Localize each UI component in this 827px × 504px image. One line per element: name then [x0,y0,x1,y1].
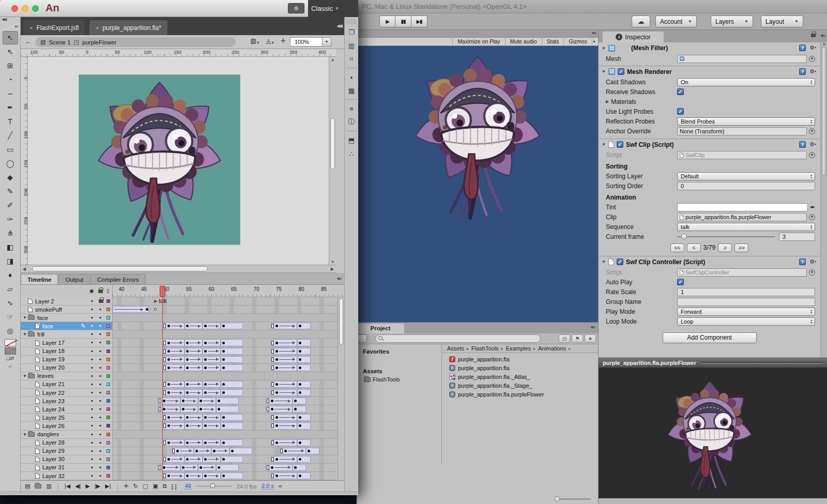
back-button[interactable]: ← [25,38,32,45]
layer-visibility-dot[interactable]: • [91,439,93,446]
clip-object-field[interactable]: purple_apparition.fla.purpleFlower [677,213,807,221]
tween-span[interactable] [221,356,243,363]
scrollbar-thumb[interactable] [822,47,826,176]
tween-span[interactable] [270,472,297,479]
project-search-input[interactable] [375,334,541,343]
pencil-tool[interactable]: ✎ [3,185,18,198]
tween-span[interactable] [221,439,243,446]
layer-visibility-dot[interactable]: • [91,406,93,412]
preview-header[interactable]: purple_apparition.fla.purpleFlower [599,358,827,368]
object-picker-icon[interactable] [809,152,815,158]
layer-lock-dot[interactable]: • [99,331,101,337]
layer-frames-track[interactable] [113,397,338,405]
tween-span[interactable] [203,389,221,396]
tween-span[interactable] [185,348,203,355]
tween-span[interactable] [221,364,243,371]
layer-visibility-dot[interactable]: • [91,323,93,329]
layer-name-cell[interactable]: ▼danglers•• [21,431,113,439]
tween-span[interactable] [185,472,203,479]
tween-span[interactable] [270,364,297,371]
gear-icon[interactable]: ⚙ [809,258,816,265]
polystar-tool[interactable]: ◆ [3,171,18,184]
timeline-scrollbar[interactable] [338,297,344,480]
gear-icon[interactable]: ⚙ [809,141,816,148]
snap-to-objects-icon[interactable]: ∩ [8,364,11,369]
swf-clip-header[interactable]: ▼ Swf Clip (Script) ?⚙ [599,139,820,150]
layer-outline-color-swatch[interactable] [106,299,110,303]
thumbnail-zoom-slider[interactable] [555,498,591,500]
minimize-window-button[interactable] [22,5,28,12]
layer-lock-dot[interactable]: • [99,414,101,420]
layer-outline-color-swatch[interactable] [106,324,110,328]
account-dropdown[interactable]: Account▼ [655,16,697,27]
layer-visibility-dot[interactable]: • [91,306,93,312]
rate-scale-field[interactable]: 1 [677,288,815,296]
layer-frames-track[interactable] [113,414,338,422]
layer-outline-color-swatch[interactable] [106,391,110,394]
folder-expand-icon[interactable]: ▼ [23,332,27,337]
breadcrumb-item[interactable]: FlashTools [471,345,499,352]
panel-menu-icon[interactable]: ▾≡ [592,30,596,36]
layer-frames-track[interactable]: talk [113,297,338,306]
go-to-first-frame-button[interactable]: |◀ [65,483,70,490]
layer-lock-dot[interactable]: • [99,398,101,404]
layer-frames-track[interactable] [113,364,338,372]
timeline-layer-row[interactable]: Layer 17•• [21,339,338,347]
zoom-tool[interactable]: ◎ [3,324,18,338]
layer-visibility-dot[interactable]: • [91,381,93,387]
tween-span[interactable] [221,339,243,346]
layer-lock-dot[interactable]: • [99,373,101,379]
slider-thumb[interactable] [210,483,215,488]
center-frame-button[interactable]: ✛ [124,483,129,490]
game-view[interactable] [357,46,598,322]
tween-span[interactable] [198,406,216,413]
tween-span[interactable] [185,323,203,329]
play-button[interactable]: ▶ [85,483,89,490]
create-button[interactable]: Create▼ [357,334,367,343]
materials-label[interactable]: Materials [611,98,682,105]
edit-multiple-frames-button[interactable]: ⧉ [163,483,167,490]
tween-span[interactable] [221,323,243,329]
timeline-layer-row[interactable]: Layer 2•talk [21,297,338,306]
paint-brush-tool[interactable]: ✐ [3,198,18,212]
slider-thumb[interactable] [681,234,687,239]
layer-visibility-dot[interactable]: • [91,339,93,345]
layer-name-cell[interactable]: Layer 18•• [21,347,113,356]
pasteboard[interactable] [28,57,329,265]
layer-frames-track[interactable] [113,405,338,414]
timeline-layer-row[interactable]: Layer 30•• [21,455,338,464]
close-icon[interactable]: × [29,25,33,31]
center-frame-icon[interactable]: ✛ [281,37,286,44]
folder-flashtools[interactable]: FlashTools [357,375,441,384]
timeline-layer-row[interactable]: ▼frill•• [21,330,338,339]
next-frame-button[interactable]: > [718,243,732,252]
elapsed-time-indicator[interactable]: 2.0 s [262,483,274,490]
layer-outline-color-swatch[interactable] [106,424,110,427]
tween-span[interactable] [158,464,180,471]
brush-tool[interactable]: ✑ [3,212,18,226]
edit-scene-icon[interactable]: ▧▼ [250,37,259,44]
cast-shadows-dropdown[interactable]: On [677,78,815,86]
layer-lock-dot[interactable]: • [99,439,101,446]
stage-horizontal-scrollbar[interactable]: ◀ ▶ [21,265,336,273]
tween-span[interactable] [221,422,243,429]
layer-lock-dot[interactable]: • [99,306,101,312]
panel-menu-icon[interactable]: ▾≡ [591,325,595,330]
stage-vertical-scrollbar[interactable]: ▲ ▼ [329,57,336,265]
layer-frames-track[interactable] [113,389,338,397]
gear-icon[interactable]: ⚙ [809,44,816,51]
drag-handle[interactable] [700,362,823,364]
tween-span[interactable] [216,406,239,413]
tween-span[interactable] [162,422,185,429]
timeline-layer-row[interactable]: Layer 26•• [21,422,338,430]
tween-span[interactable] [270,339,297,346]
help-icon[interactable]: ? [799,44,806,51]
layer-visibility-dot[interactable]: • [91,464,93,470]
layer-visibility-dot[interactable]: • [91,472,93,479]
timeline-layer-row[interactable]: ▼danglers•• [21,431,338,439]
frame-rate-slider[interactable] [196,485,232,487]
layer-visibility-dot[interactable]: • [91,414,93,420]
tween-span[interactable] [297,422,311,429]
tween-span[interactable] [180,406,198,413]
layer-visibility-dot[interactable]: • [91,331,93,337]
